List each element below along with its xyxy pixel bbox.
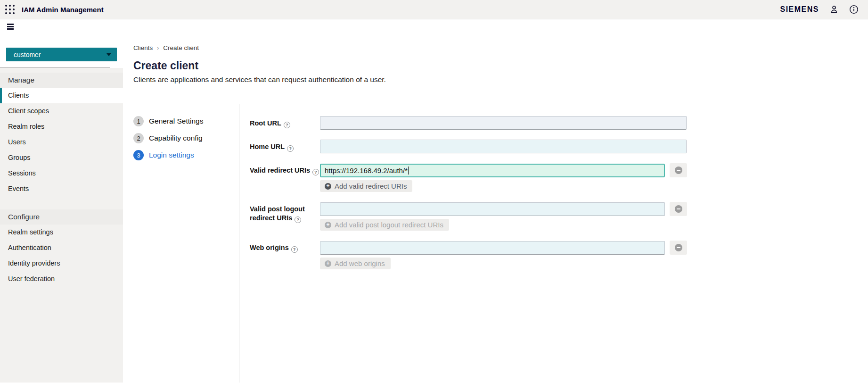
form-row-home-url: Home URL? bbox=[250, 140, 868, 153]
step-number: 3 bbox=[133, 150, 144, 160]
wizard-step-capability-config[interactable]: 2 Capability config bbox=[133, 133, 239, 143]
remove-post-logout-uri-button[interactable] bbox=[670, 202, 687, 216]
sidebar-item-user-federation[interactable]: User federation bbox=[0, 271, 123, 287]
help-icon[interactable]: ? bbox=[284, 122, 290, 128]
chevron-down-icon bbox=[106, 53, 111, 56]
breadcrumb-separator-icon: › bbox=[157, 45, 159, 51]
nav-section-manage: Manage bbox=[0, 73, 123, 88]
sidebar-item-users[interactable]: Users bbox=[0, 134, 123, 150]
page-description: Clients are applications and services th… bbox=[133, 75, 868, 84]
app-header: IAM Admin Management SIEMENS bbox=[0, 0, 868, 19]
step-number: 2 bbox=[133, 133, 144, 143]
sidebar-item-groups[interactable]: Groups bbox=[0, 150, 123, 166]
web-origins-label: Web origins? bbox=[250, 241, 320, 269]
realm-selector[interactable]: customer bbox=[6, 48, 117, 61]
wizard-content: 1 General Settings 2 Capability config 3… bbox=[133, 104, 868, 383]
plus-icon: + bbox=[325, 183, 331, 190]
sidebar-item-sessions[interactable]: Sessions bbox=[0, 166, 123, 181]
nav-section-configure: Configure bbox=[0, 209, 123, 225]
sidebar-item-realm-settings[interactable]: Realm settings bbox=[0, 225, 123, 240]
home-url-input[interactable] bbox=[320, 140, 687, 153]
wizard-step-login-settings[interactable]: 3 Login settings bbox=[133, 150, 239, 160]
main-content: Clients › Create client Create client Cl… bbox=[123, 19, 868, 383]
post-logout-uri-input[interactable] bbox=[320, 202, 665, 216]
remove-redirect-uri-button[interactable] bbox=[670, 163, 687, 177]
realm-selector-value: customer bbox=[14, 51, 41, 58]
minus-icon bbox=[675, 167, 682, 174]
add-web-origins-button[interactable]: + Add web origins bbox=[320, 258, 391, 269]
valid-redirect-uris-control: https://192.168.49.2/auth/* + Add valid … bbox=[320, 163, 687, 192]
sidebar-item-realm-roles[interactable]: Realm roles bbox=[0, 119, 123, 134]
wizard-nav: 1 General Settings 2 Capability config 3… bbox=[133, 104, 239, 383]
form-row-web-origins: Web origins? + Add web origins bbox=[250, 241, 868, 269]
plus-icon: + bbox=[325, 222, 331, 228]
help-icon[interactable]: ? bbox=[287, 145, 294, 152]
step-label: Capability config bbox=[149, 134, 203, 142]
siemens-logo: SIEMENS bbox=[780, 5, 819, 14]
post-logout-redirect-uris-control: + Add valid post logout redirect URIs bbox=[320, 202, 687, 231]
sidebar-item-clients[interactable]: Clients bbox=[0, 88, 123, 103]
sidebar-item-authentication[interactable]: Authentication bbox=[0, 240, 123, 256]
minus-icon bbox=[675, 244, 682, 251]
form-row-valid-redirect-uris: Valid redirect URIs? https://192.168.49.… bbox=[250, 163, 868, 192]
step-label: General Settings bbox=[149, 117, 203, 125]
add-post-logout-uri-button[interactable]: + Add valid post logout redirect URIs bbox=[320, 219, 449, 231]
text-cursor bbox=[408, 167, 409, 175]
step-number: 1 bbox=[133, 116, 144, 126]
web-origins-control: + Add web origins bbox=[320, 241, 687, 269]
sidebar-nav: Manage Clients Client scopes Realm roles… bbox=[0, 68, 123, 383]
form-row-post-logout-redirect-uris: Valid post logout redirect URIs? + Add v… bbox=[250, 202, 868, 231]
form-row-root-url: Root URL? bbox=[250, 116, 868, 130]
home-url-control bbox=[320, 140, 687, 153]
breadcrumb-current: Create client bbox=[163, 44, 199, 51]
app-title: IAM Admin Management bbox=[22, 6, 104, 14]
root-url-control bbox=[320, 116, 687, 130]
sidebar: customer Manage Clients Client scopes Re… bbox=[0, 19, 123, 383]
login-settings-form: Root URL? Home URL? Vali bbox=[239, 104, 868, 383]
sidebar-item-events[interactable]: Events bbox=[0, 181, 123, 197]
step-label: Login settings bbox=[149, 151, 194, 159]
web-origins-input[interactable] bbox=[320, 241, 665, 255]
plus-icon: + bbox=[325, 260, 331, 267]
valid-redirect-uris-label: Valid redirect URIs? bbox=[250, 163, 320, 192]
sidebar-item-identity-providers[interactable]: Identity providers bbox=[0, 256, 123, 271]
help-icon[interactable]: ? bbox=[295, 216, 301, 223]
minus-icon bbox=[675, 205, 682, 213]
info-icon[interactable] bbox=[849, 5, 859, 14]
header-left: IAM Admin Management bbox=[0, 5, 104, 14]
help-icon[interactable]: ? bbox=[312, 169, 319, 175]
page-title: Create client bbox=[133, 59, 868, 72]
wizard-step-general-settings[interactable]: 1 General Settings bbox=[133, 116, 239, 126]
header-right: SIEMENS bbox=[780, 5, 868, 14]
home-url-label: Home URL? bbox=[250, 140, 320, 153]
valid-redirect-uri-input[interactable]: https://192.168.49.2/auth/* bbox=[320, 164, 665, 177]
post-logout-redirect-uris-label: Valid post logout redirect URIs? bbox=[250, 202, 320, 231]
app-launcher-icon[interactable] bbox=[5, 5, 15, 14]
root-url-input[interactable] bbox=[320, 116, 687, 130]
sidebar-toggle-icon[interactable] bbox=[7, 24, 14, 31]
sidebar-item-client-scopes[interactable]: Client scopes bbox=[0, 103, 123, 119]
help-icon[interactable]: ? bbox=[291, 246, 298, 253]
remove-web-origin-button[interactable] bbox=[670, 241, 687, 255]
root-url-label: Root URL? bbox=[250, 116, 320, 130]
nav-section-gap bbox=[0, 197, 123, 209]
add-redirect-uri-button[interactable]: + Add valid redirect URIs bbox=[320, 180, 412, 192]
breadcrumb-link-clients[interactable]: Clients bbox=[133, 44, 153, 51]
user-icon[interactable] bbox=[829, 5, 839, 14]
breadcrumb: Clients › Create client bbox=[133, 44, 868, 51]
